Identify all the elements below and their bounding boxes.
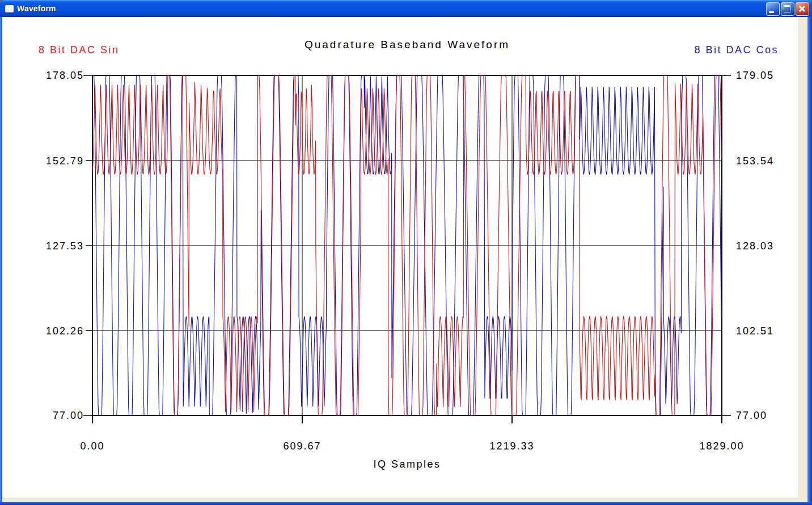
close-icon bbox=[796, 3, 809, 15]
x-tick-0: 0.00 bbox=[53, 440, 132, 452]
y-left-tick-2: 127.53 bbox=[2, 241, 84, 252]
x-tick-3: 1829.00 bbox=[682, 440, 762, 452]
maximize-icon bbox=[784, 5, 790, 12]
window-border-right bbox=[807, 17, 812, 505]
y-right-tick-1: 153.54 bbox=[736, 156, 804, 167]
y-left-tick-1: 152.79 bbox=[2, 156, 84, 167]
window-title: Waveform bbox=[17, 4, 56, 13]
y-left-tick-4: 77.00 bbox=[2, 410, 84, 421]
plot-svg bbox=[81, 75, 733, 427]
client-margin-right bbox=[798, 17, 807, 502]
waveform-window: Waveform Quadrature Baseband Waveform 8 … bbox=[0, 0, 812, 505]
minimize-button[interactable] bbox=[766, 2, 780, 16]
minimize-icon bbox=[769, 11, 774, 13]
x-tick-2: 1219.33 bbox=[472, 440, 552, 452]
x-axis-title: IQ Samples bbox=[92, 459, 722, 470]
window-controls bbox=[766, 2, 809, 16]
y-right-tick-3: 102.51 bbox=[736, 326, 804, 337]
y-right-tick-2: 128.03 bbox=[736, 241, 804, 252]
chart-area: Quadrature Baseband Waveform 8 Bit DAC S… bbox=[2, 17, 798, 498]
maximize-button[interactable] bbox=[781, 2, 794, 16]
close-button[interactable] bbox=[796, 2, 809, 16]
client-margin-bottom bbox=[2, 498, 798, 502]
app-icon bbox=[5, 5, 14, 12]
legend-sin: 8 Bit DAC Sin bbox=[39, 44, 120, 56]
titlebar[interactable]: Waveform bbox=[0, 0, 812, 17]
y-left-tick-3: 102.26 bbox=[2, 326, 84, 337]
x-tick-1: 609.67 bbox=[263, 440, 342, 452]
window-border-bottom bbox=[0, 502, 812, 505]
y-right-tick-4: 77.00 bbox=[736, 410, 804, 421]
legend-cos: 8 Bit DAC Cos bbox=[478, 44, 779, 56]
y-right-tick-0: 179.05 bbox=[736, 70, 804, 81]
y-left-tick-0: 178.05 bbox=[2, 70, 84, 81]
